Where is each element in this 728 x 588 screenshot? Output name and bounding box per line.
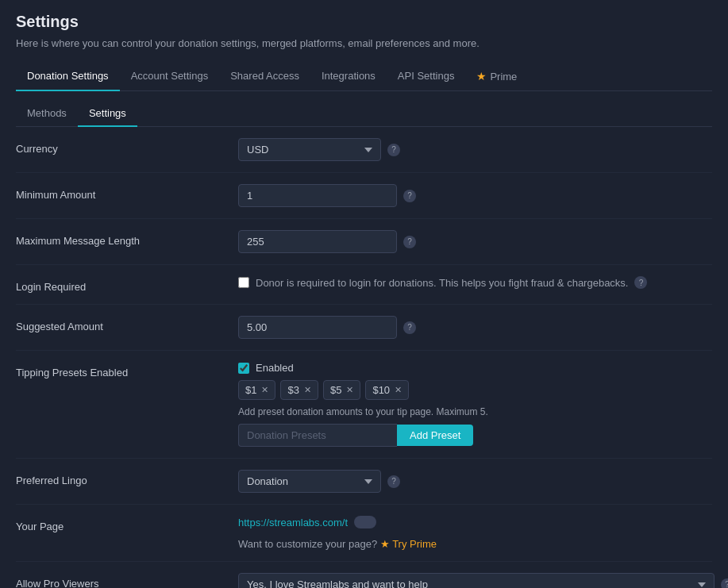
max-message-length-control: ? bbox=[238, 230, 712, 253]
tab-prime[interactable]: ★ Prime bbox=[465, 62, 528, 90]
tipping-presets-row: Tipping Presets Enabled Enabled $1 ✕ $3 … bbox=[16, 351, 712, 459]
suggested-amount-help-icon[interactable]: ? bbox=[403, 321, 416, 334]
tab-prime-label: Prime bbox=[490, 71, 517, 83]
preferred-lingo-select[interactable]: Donation Tip Contribution bbox=[238, 470, 381, 493]
login-required-row: Login Required Donor is required to logi… bbox=[16, 265, 712, 305]
page-url-link[interactable]: https://streamlabs.com/t bbox=[238, 517, 348, 528]
tipping-presets-control: Enabled $1 ✕ $3 ✕ $5 ✕ bbox=[238, 362, 712, 447]
preferred-lingo-label: Preferred Lingo bbox=[16, 470, 238, 486]
preset-chip-2: $3 ✕ bbox=[280, 380, 318, 400]
sub-tab-settings[interactable]: Settings bbox=[78, 101, 137, 127]
currency-select[interactable]: USD EUR GBP CAD AUD bbox=[238, 138, 381, 161]
currency-control: USD EUR GBP CAD AUD ? bbox=[238, 138, 712, 161]
minimum-amount-control: ? bbox=[238, 184, 712, 207]
page-title: Settings bbox=[16, 13, 712, 31]
tab-account-settings[interactable]: Account Settings bbox=[120, 62, 220, 91]
login-required-checkbox-label: Donor is required to login for donations… bbox=[256, 277, 628, 289]
your-page-row: Your Page https://streamlabs.com/t Want … bbox=[16, 505, 712, 562]
main-tabs: Donation Settings Account Settings Share… bbox=[16, 62, 712, 91]
minimum-amount-input[interactable] bbox=[238, 184, 397, 207]
max-message-length-label: Maximum Message Length bbox=[16, 230, 238, 247]
suggested-amount-input[interactable] bbox=[238, 316, 397, 339]
preset-chip-3-value: $5 bbox=[330, 384, 341, 396]
preferred-lingo-help-icon[interactable]: ? bbox=[387, 475, 400, 488]
login-required-label: Login Required bbox=[16, 276, 238, 293]
minimum-amount-row: Minimum Amount ? bbox=[16, 173, 712, 219]
max-message-length-row: Maximum Message Length ? bbox=[16, 219, 712, 265]
allow-pro-viewers-select[interactable]: Yes, I love Streamlabs and want to help … bbox=[238, 573, 715, 588]
tab-integrations[interactable]: Integrations bbox=[310, 62, 387, 91]
login-required-help-icon[interactable]: ? bbox=[634, 276, 647, 289]
preset-chip-1-remove[interactable]: ✕ bbox=[261, 386, 268, 394]
your-page-label: Your Page bbox=[16, 516, 238, 532]
preset-donation-input[interactable] bbox=[238, 424, 397, 447]
tipping-presets-enabled-label: Enabled bbox=[256, 362, 294, 374]
page-description: Here is where you can control your donat… bbox=[16, 37, 712, 49]
max-message-length-help-icon[interactable]: ? bbox=[403, 236, 416, 248]
currency-row: Currency USD EUR GBP CAD AUD ? bbox=[16, 127, 712, 173]
preset-chip-4: $10 ✕ bbox=[365, 380, 409, 400]
sub-tab-methods[interactable]: Methods bbox=[16, 101, 78, 127]
url-toggle[interactable] bbox=[354, 516, 376, 528]
allow-pro-viewers-row: Allow Pro Viewers Yes, I love Streamlabs… bbox=[16, 562, 712, 588]
page-url-row: https://streamlabs.com/t bbox=[238, 516, 712, 528]
preferred-lingo-control: Donation Tip Contribution ? bbox=[238, 470, 712, 493]
prime-star-icon: ★ bbox=[476, 70, 487, 83]
preset-chip-2-remove[interactable]: ✕ bbox=[304, 386, 311, 394]
tab-api-settings[interactable]: API Settings bbox=[387, 62, 466, 91]
allow-pro-viewers-help-icon[interactable]: ? bbox=[721, 578, 728, 589]
page-container: Settings Here is where you can control y… bbox=[0, 0, 728, 588]
prime-icon-hint: ★ bbox=[380, 538, 392, 550]
allow-pro-viewers-label: Allow Pro Viewers bbox=[16, 573, 238, 588]
preset-hint: Add preset donation amounts to your tip … bbox=[238, 406, 712, 417]
customize-hint: Want to customize your page? ★ Try Prime bbox=[238, 538, 712, 550]
login-required-checkbox[interactable] bbox=[238, 277, 249, 288]
try-prime-link[interactable]: Try Prime bbox=[392, 538, 437, 550]
tipping-presets-label: Tipping Presets Enabled bbox=[16, 362, 238, 379]
max-message-length-input[interactable] bbox=[238, 230, 397, 253]
suggested-amount-row: Suggested Amount ? bbox=[16, 305, 712, 351]
your-page-control: https://streamlabs.com/t Want to customi… bbox=[238, 516, 712, 550]
preset-chip-2-value: $3 bbox=[287, 384, 299, 396]
add-preset-button[interactable]: Add Preset bbox=[397, 425, 473, 446]
minimum-amount-label: Minimum Amount bbox=[16, 184, 238, 201]
preset-chip-4-value: $10 bbox=[372, 384, 390, 396]
preset-chip-4-remove[interactable]: ✕ bbox=[395, 386, 402, 394]
preset-chip-3: $5 ✕ bbox=[323, 380, 360, 400]
tab-shared-access[interactable]: Shared Access bbox=[219, 62, 310, 91]
preset-input-row: Add Preset bbox=[238, 424, 712, 447]
suggested-amount-label: Suggested Amount bbox=[16, 316, 238, 332]
customize-hint-text: Want to customize your page? bbox=[238, 538, 377, 550]
allow-pro-viewers-control: Yes, I love Streamlabs and want to help … bbox=[238, 573, 728, 588]
tipping-presets-checkbox[interactable] bbox=[238, 363, 249, 374]
preferred-lingo-row: Preferred Lingo Donation Tip Contributio… bbox=[16, 459, 712, 505]
minimum-amount-help-icon[interactable]: ? bbox=[403, 190, 416, 202]
currency-help-icon[interactable]: ? bbox=[387, 144, 400, 156]
currency-label: Currency bbox=[16, 138, 238, 155]
login-required-control: Donor is required to login for donations… bbox=[238, 276, 712, 289]
preset-chip-3-remove[interactable]: ✕ bbox=[346, 386, 353, 394]
suggested-amount-control: ? bbox=[238, 316, 712, 339]
tab-donation-settings[interactable]: Donation Settings bbox=[16, 62, 120, 91]
preset-chip-1-value: $1 bbox=[245, 384, 256, 396]
sub-tabs: Methods Settings bbox=[16, 91, 712, 127]
settings-table: Currency USD EUR GBP CAD AUD ? Minimum A… bbox=[16, 127, 712, 588]
preset-chips: $1 ✕ $3 ✕ $5 ✕ $10 ✕ bbox=[238, 380, 712, 400]
preset-chip-1: $1 ✕ bbox=[238, 380, 275, 400]
